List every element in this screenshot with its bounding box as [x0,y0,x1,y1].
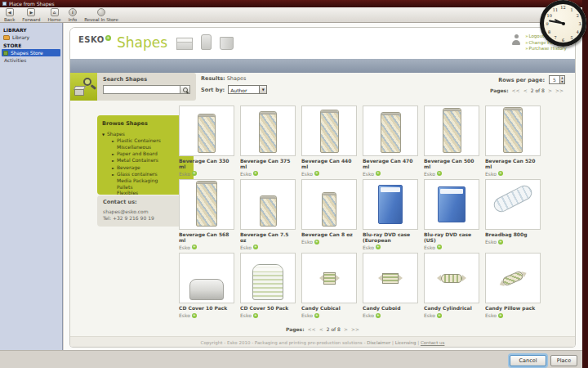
reveal-icon [97,8,105,16]
esko-star-icon: ✳ [192,245,197,249]
category-metal-containers[interactable]: ►Metal Containers [102,157,189,164]
page-last-link[interactable]: >> [555,88,564,93]
results-value: Shapes [227,75,247,82]
sort-label: Sort by: [201,87,225,93]
sidebar: LIBRARY Library STORE Shapes Store Activ… [0,23,63,350]
contact-phone: Tel: +32 9 216 90 19 [103,215,188,222]
esko-star-icon: ✳ [437,313,442,318]
category-plastic-containers[interactable]: ►Plastic Containers [102,137,189,144]
product-card[interactable]: Blu-ray DVD case (European Esko✳ [363,179,418,249]
contact-us-link[interactable]: Contact us [421,340,445,345]
product-thumbnail [301,105,357,156]
forward-button[interactable]: ▶ Forward [22,8,40,22]
sidebar-item-shapes-store[interactable]: Shapes Store [2,49,60,56]
disclaimer-link[interactable]: Disclaimer [367,340,390,345]
product-card[interactable]: Beverage Can 470 ml Esko✳ [363,105,418,176]
category-pallets[interactable]: Pallets [102,184,189,190]
product-card[interactable]: CD Cover 50 Pack Esko✳ [240,253,296,323]
product-grid: Beverage Can 330 ml Esko✳ Beverage Can 3… [179,105,541,323]
contact-email[interactable]: shapes@esko.com [103,209,188,215]
esko-star-icon: ✳ [498,240,503,245]
product-card[interactable]: Blu-ray DVD case (US) Esko✳ [424,179,479,249]
rows-per-page-label: Rows per page: [498,77,545,83]
product-thumbnail [485,253,541,303]
category-media-packaging[interactable]: Media Packaging [102,177,189,183]
product-card[interactable]: Candy Cuboid Esko✳ [363,253,418,323]
home-button[interactable]: ⌂ Home [47,8,60,22]
search-input[interactable] [103,85,180,94]
toolbar: ◀ Back ▶ Forward ⌂ Home i Info Reveal In… [0,7,582,23]
sidebar-item-activities[interactable]: Activities [2,56,60,64]
search-button[interactable] [180,85,190,94]
product-card[interactable]: CD Cover 10 Pack Esko✳ [179,253,234,323]
page-current: 2 of 8 [531,88,545,93]
product-thumbnail [363,253,418,303]
carton-shape-icon [201,34,212,50]
place-button[interactable]: Place [550,355,577,366]
cancel-button[interactable]: Cancel [510,355,546,366]
info-button[interactable]: i Info [69,8,77,22]
reveal-in-store-button[interactable]: Reveal In Store [84,8,118,22]
product-card[interactable]: Beverage Can 568 ml Esko✳ [179,179,234,249]
results-label: Results: [201,75,225,82]
product-thumbnail [179,179,234,230]
product-card[interactable]: Beverage Can 520 ml Esko✳ [485,105,541,176]
product-thumbnail [240,179,296,230]
category-miscellaneous[interactable]: Miscellaneous [102,144,189,150]
user-icon [511,34,521,45]
clock-widget: 12 1 2 3 4 5 6 7 8 9 10 11 [540,0,586,47]
store-header: ESKO ✳ Shapes »Logout »Change Password »… [70,28,575,59]
browse-title: Browse Shapes [102,120,189,127]
esko-star-icon: ✳ [314,171,319,176]
window-titlebar[interactable]: Place from Shapes [0,0,588,7]
category-beverage[interactable]: ►Beverage [102,164,189,171]
product-thumbnail [485,105,541,156]
rows-per-page-stepper[interactable]: 5 ▲▼ [549,75,565,84]
search-accent-block [70,73,97,101]
tree-root-shapes[interactable]: ▼Shapes [102,131,189,137]
product-card[interactable]: Beverage Can 375 ml Esko✳ [240,105,296,176]
product-card[interactable]: Candy Pillow pack Esko✳ [485,253,541,323]
sort-dropdown[interactable]: Author ▼ [228,85,267,94]
product-card[interactable]: Beverage Can 7.5 oz Esko✳ [240,179,296,249]
category-glass-containers[interactable]: ►Glass containers [102,171,189,177]
esko-logo: ESKO ✳ [78,35,111,44]
page-next-link[interactable]: > [344,326,348,332]
page-prev-link[interactable]: < [523,88,528,93]
product-thumbnail [363,179,418,230]
store-icon [3,51,8,56]
forward-icon: ▶ [27,8,35,16]
product-card[interactable]: Beverage Can 500 ml Esko✳ [424,105,479,176]
info-icon: i [69,8,77,16]
header-thumbnails [176,34,234,50]
product-thumbnail [301,253,357,303]
magnifier-icon [83,78,91,86]
sidebar-item-library[interactable]: Library [2,34,60,41]
esko-star-icon: ✳ [253,171,258,176]
product-card[interactable]: Beverage Can 440 ml Esko✳ [301,105,357,176]
esko-star-icon: ✳ [192,313,197,318]
esko-star-icon: ✳ [376,171,381,176]
page-first-link[interactable]: << [512,88,520,93]
page-first-link[interactable]: << [308,326,316,332]
page-next-link[interactable]: > [548,88,552,93]
page-last-link[interactable]: >> [351,326,359,332]
product-thumbnail [301,179,357,230]
back-button[interactable]: ◀ Back [4,8,15,22]
product-card[interactable]: Beverage Can 330 ml Esko✳ [179,105,234,176]
product-thumbnail [363,105,418,156]
product-card[interactable]: Breadbag 800g Esko✳ [485,179,541,249]
stepper-arrows-icon[interactable]: ▲▼ [559,76,564,83]
esko-star-icon: ✳ [105,35,111,41]
licensing-link[interactable]: Licensing [395,340,416,345]
window-title: Place from Shapes [9,1,55,7]
category-paper-and-board[interactable]: ►Paper and Board [102,150,189,157]
esko-star-icon: ✳ [314,313,319,318]
sidebar-store-header: STORE [3,43,60,48]
esko-star-icon: ✳ [253,313,258,318]
pagination-bottom: Pages: << < 2 of 8 > >> [70,326,575,332]
product-card[interactable]: Beverage Can 8 oz Esko✳ [301,179,357,249]
product-card[interactable]: Candy Cubical Esko✳ [301,253,357,323]
page-prev-link[interactable]: < [319,326,323,332]
product-card[interactable]: Candy Cylindrical Esko✳ [424,253,479,323]
